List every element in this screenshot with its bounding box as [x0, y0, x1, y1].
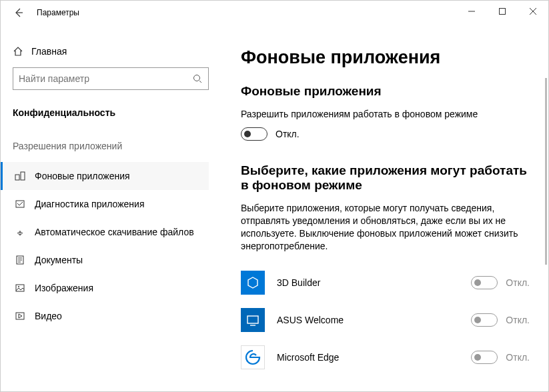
app-toggle-label: Откл. [506, 277, 530, 288]
close-button[interactable] [518, 1, 548, 22]
page-title: Фоновые приложения [241, 47, 530, 68]
master-heading: Фоновые приложения [241, 84, 530, 99]
sidebar-item-label: Документы [35, 255, 83, 265]
arrow-left-icon [13, 7, 24, 18]
maximize-button[interactable] [487, 1, 518, 22]
svg-rect-9 [247, 316, 258, 323]
apps-heading: Выберите, какие приложения могут работат… [241, 163, 530, 193]
nav-icon [15, 283, 25, 293]
home-label: Главная [31, 46, 67, 57]
app-row: Microsoft Edge Откл. [241, 339, 530, 376]
nav-icon [15, 227, 25, 237]
search-input[interactable] [19, 73, 192, 84]
app-icon [241, 345, 265, 369]
sidebar-item-3[interactable]: Документы [1, 246, 209, 274]
nav-icon [15, 171, 25, 181]
home-nav[interactable]: Главная [13, 46, 209, 57]
sidebar-item-4[interactable]: Изображения [1, 274, 209, 302]
app-toggle-label: Откл. [506, 315, 530, 325]
minimize-button[interactable] [456, 1, 487, 22]
master-desc: Разрешить приложениям работать в фоновом… [241, 108, 530, 121]
nav-icon [15, 311, 25, 321]
nav-icon [15, 255, 25, 265]
minimize-icon [468, 8, 475, 15]
maximize-icon [499, 8, 506, 15]
app-icon [241, 308, 265, 332]
master-toggle[interactable] [241, 127, 267, 141]
sidebar-item-label: Изображения [35, 283, 93, 293]
sidebar-item-2[interactable]: Автоматическое скачивание файлов [1, 218, 209, 246]
sidebar-item-5[interactable]: Видео [1, 302, 209, 330]
app-name: Microsoft Edge [277, 352, 471, 363]
back-button[interactable] [6, 1, 31, 25]
home-icon [13, 46, 23, 57]
sidebar-item-label: Видео [35, 311, 62, 321]
app-toggle[interactable] [471, 351, 498, 364]
window-title: Параметры [37, 8, 79, 17]
app-row: 3D Builder Откл. [241, 264, 530, 301]
sidebar-item-1[interactable]: Диагностика приложения [1, 190, 209, 218]
sidebar-item-0[interactable]: Фоновые приложения [1, 162, 209, 190]
category-label: Конфиденциальность [13, 107, 209, 118]
app-toggle[interactable] [471, 276, 498, 289]
app-row: ASUS Welcome Откл. [241, 301, 530, 339]
group-label: Разрешения приложений [13, 141, 209, 151]
nav-icon [15, 199, 25, 209]
svg-point-7 [18, 286, 19, 287]
master-toggle-label: Откл. [276, 129, 300, 139]
app-icon [241, 271, 265, 295]
app-name: ASUS Welcome [277, 315, 471, 325]
close-icon [530, 8, 536, 15]
app-toggle[interactable] [471, 313, 498, 327]
scrollbar[interactable] [545, 78, 547, 265]
svg-point-1 [194, 75, 200, 81]
sidebar-item-label: Фоновые приложения [35, 171, 130, 181]
svg-rect-0 [500, 9, 506, 15]
search-icon [192, 73, 203, 84]
svg-rect-4 [16, 201, 24, 207]
svg-rect-3 [21, 172, 25, 180]
search-box[interactable] [13, 67, 209, 90]
app-name: 3D Builder [277, 277, 471, 288]
sidebar-item-label: Диагностика приложения [35, 199, 144, 209]
svg-rect-8 [16, 313, 24, 319]
apps-desc: Выберите приложения, которые могут получ… [241, 202, 530, 253]
sidebar-item-label: Автоматическое скачивание файлов [35, 227, 194, 237]
svg-rect-2 [15, 175, 19, 180]
app-toggle-label: Откл. [506, 352, 530, 363]
